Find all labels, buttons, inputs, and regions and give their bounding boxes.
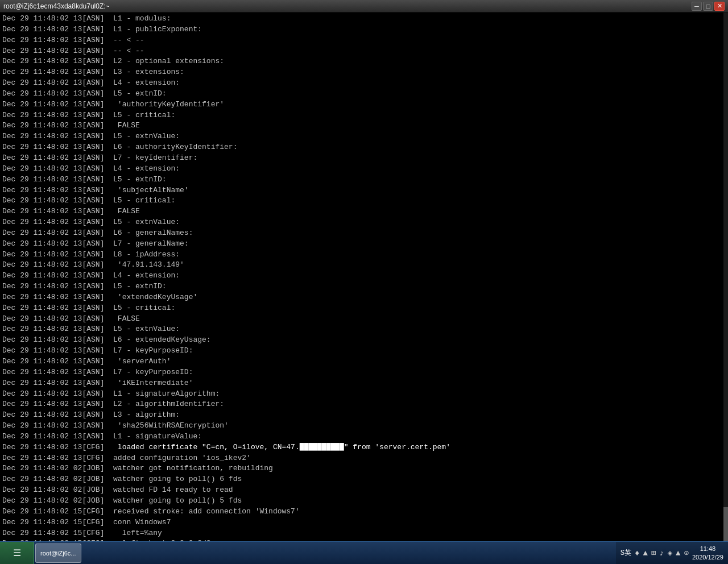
minimize-button[interactable]: ─ xyxy=(692,2,702,11)
terminal-line: Dec 29 11:48:02 13[ASN] L5 - extnID: xyxy=(2,281,726,292)
tray-icon-4[interactable]: ◈ xyxy=(668,548,672,558)
scrollbar[interactable] xyxy=(723,13,728,541)
terminal-line: Dec 29 11:48:02 13[ASN] L4 - extension: xyxy=(2,271,726,281)
terminal-line: Dec 29 11:48:02 13[ASN] 'iKEIntermediate… xyxy=(2,378,726,389)
tray-icon-6[interactable]: ⊙ xyxy=(684,548,689,558)
close-button[interactable]: ✕ xyxy=(714,2,725,11)
terminal-line: Dec 29 11:48:02 02[JOB] watched FD 14 re… xyxy=(2,485,726,496)
terminal-line: Dec 29 11:48:02 13[ASN] L5 - critical: xyxy=(2,110,726,121)
terminal-line: Dec 29 11:48:02 13[ASN] L5 - extnValue: xyxy=(2,131,726,142)
start-icon: ☰ xyxy=(13,548,21,559)
clock-time: 11:48 xyxy=(692,545,723,553)
taskbar-app-terminal[interactable]: root@iZj6c... xyxy=(35,544,81,563)
taskbar-tray: S英 ♦ ▲ ⊞ ♪ ◈ ▲ ⊙ 11:48 2020/12/29 xyxy=(616,542,728,564)
terminal-line: Dec 29 11:48:02 13[ASN] L1 - modulus: xyxy=(2,14,726,24)
terminal-line: Dec 29 11:48:02 13[ASN] L6 - extendedKey… xyxy=(2,335,726,346)
tray-icon-sound[interactable]: ♪ xyxy=(659,549,664,558)
terminal-line: Dec 29 11:48:02 15[CFG] received stroke:… xyxy=(2,507,726,517)
tray-icon-ime[interactable]: S英 xyxy=(621,548,631,558)
terminal-line: Dec 29 11:48:02 02[JOB] watcher going to… xyxy=(2,474,726,485)
taskbar: ☰ root@iZj6c... S英 ♦ ▲ ⊞ ♪ ◈ ▲ ⊙ 11:48 2… xyxy=(0,541,728,564)
terminal-line: Dec 29 11:48:02 13[ASN] L6 - generalName… xyxy=(2,228,726,239)
terminal-line: Dec 29 11:48:02 13[ASN] L1 - signatureVa… xyxy=(2,432,726,442)
terminal-line: Dec 29 11:48:02 13[ASN] FALSE xyxy=(2,314,726,325)
terminal-line: Dec 29 11:48:02 13[ASN] L8 - ipAddress: xyxy=(2,250,726,260)
terminal-line: Dec 29 11:48:02 13[ASN] L3 - algorithm: xyxy=(2,410,726,421)
clock-date: 2020/12/29 xyxy=(692,553,723,561)
terminal-line: Dec 29 11:48:02 15[CFG] left=%any xyxy=(2,528,726,539)
maximize-button[interactable]: □ xyxy=(703,2,713,11)
terminal-line: Dec 29 11:48:02 13[ASN] L7 - generalName… xyxy=(2,239,726,250)
terminal-line: Dec 29 11:48:02 13[ASN] L5 - extnID: xyxy=(2,89,726,99)
terminal-line: Dec 29 11:48:02 13[ASN] L1 - signatureAl… xyxy=(2,389,726,400)
terminal-line: Dec 29 11:48:02 13[ASN] 'serverAuth' xyxy=(2,356,726,367)
terminal-line: Dec 29 11:48:02 13[ASN] L1 - publicExpon… xyxy=(2,24,726,35)
taskbar-app-label: root@iZj6c... xyxy=(40,550,76,557)
terminal-line: Dec 29 11:48:02 13[ASN] '47.91.143.149' xyxy=(2,260,726,271)
start-button[interactable]: ☰ xyxy=(0,542,34,564)
scrollbar-thumb[interactable] xyxy=(723,507,728,541)
terminal-line: Dec 29 11:48:02 13[ASN] L3 - extensions: xyxy=(2,67,726,78)
terminal-line: Dec 29 11:48:02 13[ASN] L7 - keyPurposeI… xyxy=(2,367,726,378)
terminal-line: Dec 29 11:48:02 13[ASN] L7 - keyPurposeI… xyxy=(2,346,726,356)
tray-icon-5[interactable]: ▲ xyxy=(676,549,680,558)
terminal-line: Dec 29 11:48:02 15[CFG] conn Windows7 xyxy=(2,517,726,528)
tray-icon-3[interactable]: ⊞ xyxy=(651,548,656,558)
terminal-line: Dec 29 11:48:02 13[ASN] FALSE xyxy=(2,121,726,131)
terminal-line: Dec 29 11:48:02 13[ASN] L6 - authorityKe… xyxy=(2,142,726,153)
terminal-lines: Dec 29 11:48:02 13[ASN] L1 - modulus:Dec… xyxy=(2,14,726,541)
terminal-line: Dec 29 11:48:02 13[ASN] FALSE xyxy=(2,206,726,217)
terminal-line: Dec 29 11:48:02 13[ASN] L5 - extnValue: xyxy=(2,324,726,335)
terminal-line: Dec 29 11:48:02 02[JOB] watcher got noti… xyxy=(2,463,726,474)
clock: 11:48 2020/12/29 xyxy=(692,545,723,561)
terminal-line: Dec 29 11:48:02 13[ASN] 'extendedKeyUsag… xyxy=(2,292,726,303)
terminal-line: Dec 29 11:48:02 13[ASN] L2 - optional ex… xyxy=(2,56,726,67)
terminal-line: Dec 29 11:48:02 13[ASN] L5 - critical: xyxy=(2,196,726,206)
terminal-line: Dec 29 11:48:02 13[ASN] -- < -- xyxy=(2,46,726,57)
terminal-line: Dec 29 11:48:02 13[ASN] 'sha256WithRSAEn… xyxy=(2,421,726,432)
terminal-line: Dec 29 11:48:02 13[ASN] L5 - critical: xyxy=(2,303,726,314)
taskbar-apps: root@iZj6c... xyxy=(34,542,616,564)
titlebar-controls: ─ □ ✕ xyxy=(692,2,725,11)
terminal-line: Dec 29 11:48:02 13[ASN] L7 - keyIdentifi… xyxy=(2,153,726,164)
terminal-line: Dec 29 11:48:02 13[ASN] 'authorityKeyIde… xyxy=(2,99,726,110)
terminal-line: Dec 29 11:48:02 13[CFG] loaded certifica… xyxy=(2,442,726,453)
terminal-line: Dec 29 11:48:02 13[ASN] L5 - extnValue: xyxy=(2,217,726,228)
terminal-line: Dec 29 11:48:02 13[ASN] L4 - extension: xyxy=(2,164,726,175)
tray-icon-1[interactable]: ♦ xyxy=(635,549,639,558)
terminal-line: Dec 29 11:48:02 13[ASN] L5 - extnID: xyxy=(2,175,726,185)
terminal-line: Dec 29 11:48:02 13[CFG] added configurat… xyxy=(2,453,726,464)
terminal-line: Dec 29 11:48:02 13[ASN] -- < -- xyxy=(2,35,726,46)
terminal-line: Dec 29 11:48:02 02[JOB] watcher going to… xyxy=(2,496,726,507)
titlebar-title: root@iZj6c1ecm43xda8kdu7ul0Z:~ xyxy=(3,2,110,10)
terminal-line: Dec 29 11:48:02 13[ASN] L2 - algorithmId… xyxy=(2,399,726,410)
terminal-line: Dec 29 11:48:02 13[ASN] L4 - extension: xyxy=(2,78,726,89)
terminal-line: Dec 29 11:48:02 13[ASN] 'subjectAltName' xyxy=(2,185,726,196)
titlebar: root@iZj6c1ecm43xda8kdu7ul0Z:~ ─ □ ✕ xyxy=(0,0,728,13)
terminal: Dec 29 11:48:02 13[ASN] L1 - modulus:Dec… xyxy=(0,13,728,541)
tray-icon-2[interactable]: ▲ xyxy=(643,549,647,558)
